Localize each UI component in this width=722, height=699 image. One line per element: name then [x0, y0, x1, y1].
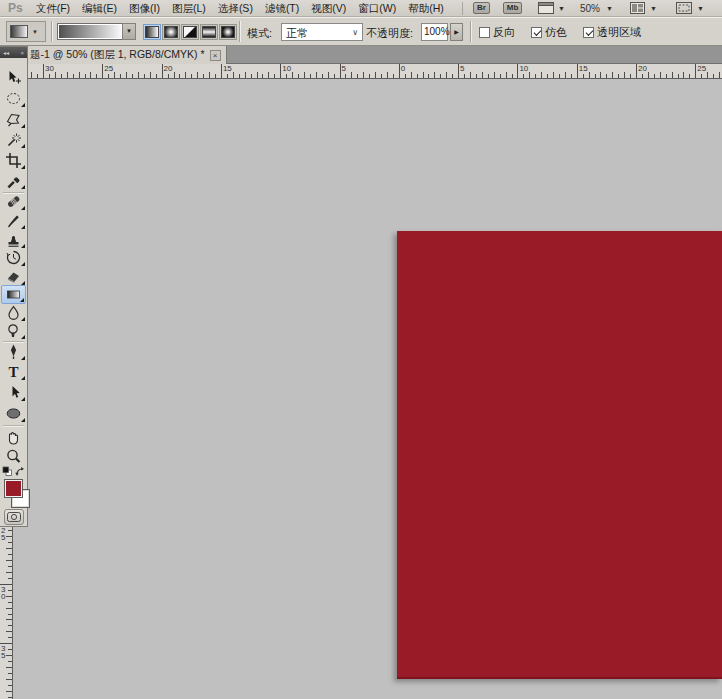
menu-image[interactable]: 图像(I) [123, 0, 166, 16]
menu-select[interactable]: 选择(S) [212, 0, 259, 16]
mode-value: 正常 [286, 27, 308, 39]
blur-tool[interactable] [1, 303, 26, 322]
flyout-indicator [21, 206, 25, 210]
diamond-gradient-button[interactable] [219, 24, 237, 40]
flyout-indicator [21, 165, 25, 169]
radial-gradient-button[interactable] [162, 24, 180, 40]
flyout-indicator [21, 335, 25, 339]
opacity-slider-button[interactable]: ▶ [450, 23, 463, 41]
document-tab[interactable]: 题-1 @ 50% (图层 1, RGB/8/CMYK) * × [28, 46, 227, 64]
move-icon [5, 69, 22, 86]
elliptical-marquee-icon [5, 90, 22, 107]
document-canvas[interactable] [397, 231, 722, 679]
reflected-gradient-button[interactable] [200, 24, 218, 40]
ruler-label: 0 [401, 65, 405, 73]
tool-preset-picker[interactable]: ▼ [6, 21, 46, 42]
opacity-input[interactable]: 100% [421, 23, 448, 41]
reverse-checkbox[interactable] [479, 27, 490, 38]
eraser-icon [5, 268, 22, 285]
eyedropper-tool[interactable] [1, 171, 26, 190]
flyout-indicator [21, 185, 25, 189]
angle-gradient-button[interactable] [181, 24, 199, 40]
pen-tool[interactable] [1, 342, 26, 361]
menu-layer[interactable]: 图层(L) [166, 0, 212, 16]
canvas-area [0, 80, 722, 699]
ellipse-shape-tool[interactable] [1, 404, 26, 423]
brush-tool[interactable] [1, 211, 26, 230]
arrange-documents-button[interactable] [630, 2, 645, 16]
ellipse-shape-icon [5, 405, 22, 422]
zoom-level-value[interactable]: 50% [580, 3, 600, 14]
opacity-value: 100% [424, 26, 450, 37]
path-selection-tool[interactable] [1, 383, 26, 402]
mode-select[interactable]: 正常∨ [281, 23, 363, 41]
menu-view[interactable]: 视图(V) [305, 0, 352, 16]
transparency-checkbox[interactable] [583, 27, 594, 38]
eraser-tool[interactable] [1, 267, 26, 286]
menu-window[interactable]: 窗口(W) [352, 0, 402, 16]
chevron-down-icon: ▼ [650, 5, 657, 12]
brush-icon [5, 212, 22, 229]
reverse-label: 反向 [493, 25, 515, 40]
quick-mask-button[interactable] [4, 509, 24, 525]
divider [51, 21, 52, 42]
horizontal-ruler[interactable]: 302520151050510152025 [0, 64, 722, 79]
linear-gradient-button[interactable] [143, 24, 161, 40]
vertical-ruler[interactable]: 253035 [0, 519, 13, 699]
close-panel-icon[interactable]: × [20, 50, 24, 56]
history-brush-tool[interactable] [1, 248, 26, 267]
clone-stamp-icon [5, 231, 22, 248]
launch-mobile-button[interactable]: Mb [503, 2, 522, 14]
ruler-label: 25 [1, 527, 5, 541]
menu-help[interactable]: 帮助(H) [402, 0, 450, 16]
magic-wand-icon [5, 131, 22, 148]
flyout-indicator [21, 124, 25, 128]
ruler-label: 25 [104, 65, 113, 73]
view-extras-button[interactable] [538, 2, 554, 16]
elliptical-marquee-tool[interactable] [1, 89, 26, 108]
menu-filter[interactable]: 滤镜(T) [259, 0, 305, 16]
default-and-swap-colors[interactable] [2, 465, 26, 478]
pen-icon [5, 343, 22, 360]
crop-tool[interactable] [1, 151, 26, 170]
screen-mode-button[interactable] [676, 2, 692, 16]
app-bar: Br Mb ▼ 50% ▼ ▼ ▼ [458, 0, 722, 17]
flyout-indicator [21, 262, 25, 266]
move-tool[interactable] [1, 68, 26, 87]
launch-bridge-button[interactable]: Br [473, 2, 490, 14]
divider [462, 2, 463, 15]
ruler-label: 15 [579, 65, 588, 73]
gradient-thumbnail [10, 25, 28, 38]
default-colors-icon [2, 466, 26, 479]
menu-file[interactable]: 文件(F) [30, 0, 76, 16]
spot-healing-brush-tool[interactable] [1, 192, 26, 211]
hand-tool[interactable] [1, 428, 26, 447]
flyout-indicator [21, 244, 25, 248]
polygonal-lasso-tool[interactable] [1, 110, 26, 129]
zoom-tool[interactable] [1, 447, 26, 466]
clone-stamp-tool[interactable] [1, 230, 26, 249]
ruler-label: 10 [519, 65, 528, 73]
transparency-label: 透明区域 [597, 25, 641, 40]
gradient-picker[interactable] [57, 23, 123, 40]
type-tool[interactable]: T [1, 362, 26, 381]
collapse-panel-icon[interactable]: ◂◂ [3, 50, 9, 56]
flyout-indicator [21, 397, 25, 401]
angle-gradient-icon [183, 26, 197, 38]
diamond-gradient-icon [221, 26, 235, 38]
dither-checkbox[interactable] [531, 27, 542, 38]
transparency-option: 透明区域 [583, 25, 641, 40]
close-icon[interactable]: × [210, 50, 221, 61]
document-tab-title: 题-1 @ 50% (图层 1, RGB/8/CMYK) * [30, 48, 205, 62]
gradient-picker-arrow[interactable]: ▼ [122, 23, 136, 40]
dodge-tool[interactable] [1, 321, 26, 340]
divider [3, 425, 24, 426]
history-brush-icon [5, 249, 22, 266]
ruler-label: 15 [223, 65, 232, 73]
gradient-tool[interactable] [1, 285, 26, 304]
foreground-color-swatch[interactable] [4, 479, 23, 498]
flyout-indicator [21, 225, 25, 229]
magic-wand-tool[interactable] [1, 130, 26, 149]
chevron-down-icon: ▼ [697, 5, 704, 12]
menu-edit[interactable]: 编辑(E) [76, 0, 123, 16]
